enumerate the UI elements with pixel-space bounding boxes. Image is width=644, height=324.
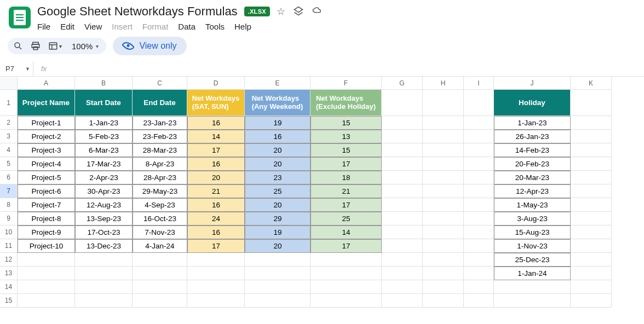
cell-start[interactable]: 6-Mar-23 (75, 143, 133, 157)
cell[interactable] (75, 253, 133, 267)
cell[interactable] (464, 116, 494, 130)
cell[interactable] (464, 212, 494, 225)
row-header-3[interactable]: 3 (0, 130, 18, 143)
cell-holiday[interactable]: 3-Aug-23 (494, 212, 571, 225)
header-networkdays-sat-sun[interactable]: Net Workdays(SAT, SUN) (187, 90, 245, 116)
cell[interactable] (382, 280, 423, 294)
cell[interactable] (187, 267, 245, 280)
cell[interactable] (18, 267, 75, 280)
row-header-8[interactable]: 8 (0, 198, 18, 212)
header-holiday[interactable]: Holiday (494, 90, 571, 116)
cell[interactable] (571, 280, 612, 294)
cell[interactable] (382, 267, 423, 280)
cell[interactable] (464, 184, 494, 198)
cell[interactable] (464, 239, 494, 253)
cell[interactable] (187, 253, 245, 267)
cell[interactable] (423, 294, 464, 308)
cell[interactable] (311, 253, 382, 267)
cell[interactable] (423, 267, 464, 280)
cell-holiday[interactable]: 20-Feb-23 (494, 157, 571, 171)
cell-networkdays-e[interactable]: 20 (245, 143, 311, 157)
cell-holiday[interactable]: 20-Mar-23 (494, 171, 571, 184)
cell-end[interactable]: 4-Jan-24 (133, 239, 187, 253)
cell[interactable] (133, 280, 187, 294)
cell-project[interactable]: Project-1 (18, 116, 75, 130)
cell-end[interactable]: 29-May-23 (133, 184, 187, 198)
print-icon[interactable] (31, 41, 41, 51)
header-start-date[interactable]: Start Date (75, 90, 133, 116)
view-only-button[interactable]: View only (113, 37, 186, 55)
cell-holiday[interactable] (494, 294, 571, 308)
cell[interactable] (18, 294, 75, 308)
cell[interactable] (133, 294, 187, 308)
cell-start[interactable]: 17-Oct-23 (75, 225, 133, 239)
cell-networkdays-f[interactable]: 15 (311, 116, 382, 130)
cell-networkdays-f[interactable]: 21 (311, 184, 382, 198)
cell-networkdays-d[interactable]: 16 (187, 116, 245, 130)
row-header-6[interactable]: 6 (0, 171, 18, 184)
row-header-14[interactable]: 14 (0, 280, 18, 294)
cell[interactable] (382, 212, 423, 225)
cell[interactable] (245, 294, 311, 308)
cell-project[interactable]: Project-4 (18, 157, 75, 171)
cell-networkdays-f[interactable]: 14 (311, 225, 382, 239)
menu-view[interactable]: View (84, 22, 102, 31)
cell-start[interactable]: 30-Apr-23 (75, 184, 133, 198)
cell-networkdays-f[interactable]: 17 (311, 198, 382, 212)
cell-start[interactable]: 17-Mar-23 (75, 157, 133, 171)
cell-end[interactable]: 23-Jan-23 (133, 116, 187, 130)
row-header-10[interactable]: 10 (0, 225, 18, 239)
cell-start[interactable]: 1-Jan-23 (75, 116, 133, 130)
cell-networkdays-e[interactable]: 20 (245, 239, 311, 253)
cell[interactable] (18, 253, 75, 267)
cell-networkdays-f[interactable]: 13 (311, 130, 382, 143)
row-header-4[interactable]: 4 (0, 143, 18, 157)
column-header-F[interactable]: F (311, 77, 382, 90)
menu-edit[interactable]: Edit (60, 22, 74, 31)
cell-holiday[interactable]: 25-Dec-23 (494, 253, 571, 267)
cell-networkdays-d[interactable]: 17 (187, 143, 245, 157)
cell-networkdays-f[interactable]: 25 (311, 212, 382, 225)
cell[interactable] (464, 294, 494, 308)
cell[interactable] (423, 239, 464, 253)
cell[interactable] (464, 130, 494, 143)
cloud-status-icon[interactable] (312, 5, 323, 18)
header-networkdays-any[interactable]: Net Workdays(Any Weekend) (245, 90, 311, 116)
cell[interactable] (382, 157, 423, 171)
cell-holiday[interactable]: 1-Jan-23 (494, 116, 571, 130)
cell-networkdays-d[interactable]: 16 (187, 198, 245, 212)
cell[interactable] (382, 90, 423, 116)
cell[interactable] (571, 267, 612, 280)
cell[interactable] (464, 90, 494, 116)
cell[interactable] (187, 294, 245, 308)
cell[interactable] (464, 225, 494, 239)
row-header-1[interactable]: 1 (0, 90, 18, 116)
cell[interactable] (423, 198, 464, 212)
cell-networkdays-e[interactable]: 23 (245, 171, 311, 184)
sheets-logo-icon[interactable] (9, 7, 31, 28)
cell-start[interactable]: 13-Sep-23 (75, 212, 133, 225)
star-icon[interactable]: ☆ (277, 5, 285, 18)
column-header-I[interactable]: I (464, 77, 494, 90)
cell-networkdays-d[interactable]: 16 (187, 225, 245, 239)
cell[interactable] (571, 184, 612, 198)
cell[interactable] (571, 143, 612, 157)
cell-holiday[interactable]: 1-May-23 (494, 198, 571, 212)
cell-end[interactable]: 28-Apr-23 (133, 171, 187, 184)
cell-project[interactable]: Project-2 (18, 130, 75, 143)
header-end-date[interactable]: End Date (133, 90, 187, 116)
cell[interactable] (75, 280, 133, 294)
cell-networkdays-f[interactable]: 17 (311, 157, 382, 171)
cell-start[interactable]: 5-Feb-23 (75, 130, 133, 143)
header-project-name[interactable]: Project Name (18, 90, 75, 116)
cell-networkdays-d[interactable]: 17 (187, 239, 245, 253)
cell-networkdays-f[interactable]: 17 (311, 239, 382, 253)
cell[interactable] (382, 143, 423, 157)
cell-project[interactable]: Project-9 (18, 225, 75, 239)
cell-end[interactable]: 8-Apr-23 (133, 157, 187, 171)
row-header-2[interactable]: 2 (0, 116, 18, 130)
column-header-K[interactable]: K (571, 77, 612, 90)
menu-help[interactable]: Help (234, 22, 251, 31)
cell[interactable] (571, 253, 612, 267)
cell-holiday[interactable] (494, 280, 571, 294)
